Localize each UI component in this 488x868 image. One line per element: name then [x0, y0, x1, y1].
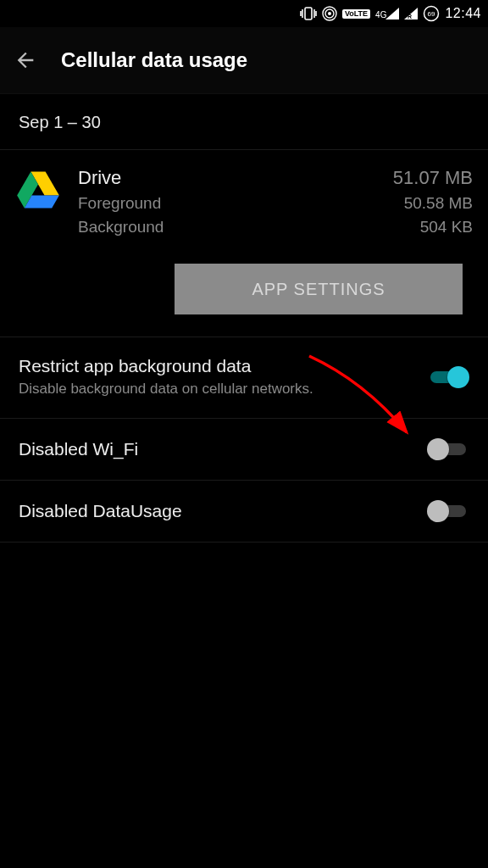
signal-4g-icon: 4G — [375, 8, 399, 19]
total-value: 51.07 MB — [393, 167, 473, 189]
toggle-restrict-background[interactable] — [427, 365, 469, 389]
svg-point-5 — [328, 12, 331, 15]
toggle-disabled-wifi[interactable] — [427, 437, 469, 461]
setting-title: Disabled DataUsage — [19, 501, 413, 521]
app-usage-summary: Drive Foreground Background 51.07 MB 50.… — [0, 150, 488, 255]
back-arrow-icon[interactable] — [14, 48, 37, 72]
foreground-value: 50.58 MB — [393, 194, 473, 213]
app-bar: Cellular data usage — [0, 27, 488, 93]
svg-rect-0 — [305, 8, 312, 19]
battery-icon: 69 — [423, 5, 440, 22]
google-drive-icon — [15, 167, 61, 213]
svg-text:R: R — [408, 14, 412, 19]
battery-text: 69 — [428, 10, 435, 18]
background-value: 504 KB — [393, 218, 473, 236]
page-title: Cellular data usage — [61, 48, 247, 72]
volte-badge: VoLTE — [342, 9, 370, 19]
setting-title: Disabled Wi_Fi — [19, 439, 413, 459]
svg-marker-8 — [385, 8, 399, 19]
app-settings-button[interactable]: APP SETTINGS — [175, 264, 463, 314]
status-bar: VoLTE 4G R 69 12:44 — [0, 0, 488, 27]
signal-roaming-icon: R — [404, 8, 418, 19]
vibrate-icon — [300, 6, 317, 21]
hotspot-icon — [322, 6, 337, 21]
setting-disabled-datausage[interactable]: Disabled DataUsage — [0, 481, 488, 542]
setting-restrict-background[interactable]: Restrict app background data Disable bac… — [0, 337, 488, 419]
setting-title: Restrict app background data — [19, 356, 413, 376]
background-label: Background — [78, 218, 393, 236]
clock: 12:44 — [445, 6, 481, 21]
foreground-label: Foreground — [78, 194, 393, 213]
app-name: Drive — [78, 167, 393, 189]
toggle-disabled-datausage[interactable] — [427, 499, 469, 523]
setting-subtitle: Disable background data on cellular netw… — [19, 380, 324, 399]
date-range[interactable]: Sep 1 – 30 — [0, 94, 488, 150]
setting-disabled-wifi[interactable]: Disabled Wi_Fi — [0, 419, 488, 481]
